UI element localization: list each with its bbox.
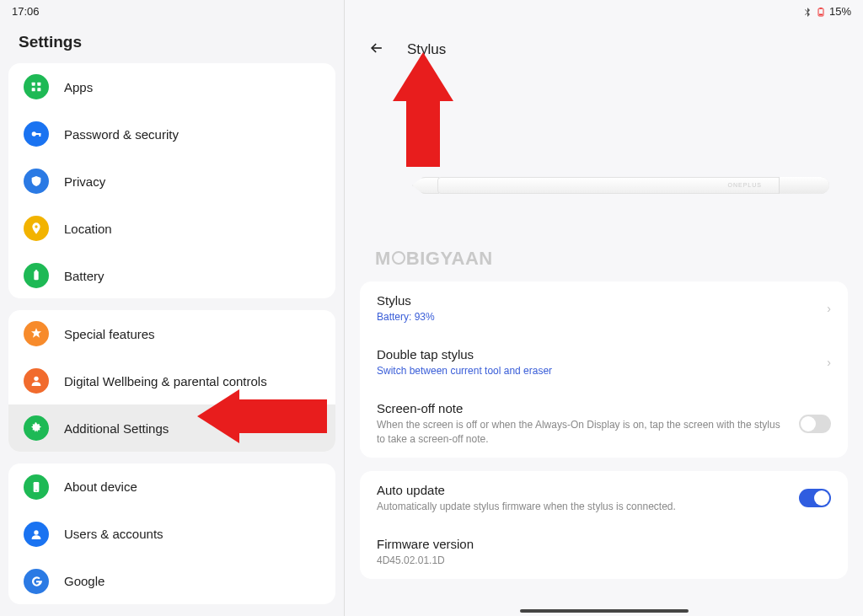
status-time: 17:06 xyxy=(12,5,40,18)
sidebar-item-digital-wellbeing[interactable]: Digital Wellbeing & parental controls xyxy=(8,357,335,404)
row-subtitle: Battery: 93% xyxy=(377,310,817,324)
row-double-tap[interactable]: Double tap stylus Switch between current… xyxy=(360,335,848,389)
battery-percent: 15% xyxy=(829,5,851,18)
row-title: Firmware version xyxy=(377,537,831,551)
detail-title: Stylus xyxy=(407,41,446,58)
apps-icon xyxy=(24,74,49,99)
svg-rect-17 xyxy=(819,13,823,15)
sidebar-item-label: About device xyxy=(64,479,137,494)
sidebar-item-label: Password & security xyxy=(64,127,179,142)
svg-rect-1 xyxy=(37,83,40,86)
sidebar-item-battery[interactable]: Battery xyxy=(8,252,335,298)
chevron-right-icon: › xyxy=(827,302,831,315)
svg-rect-16 xyxy=(819,8,822,9)
sidebar-item-label: Users & accounts xyxy=(64,527,163,541)
wellbeing-icon xyxy=(24,368,49,394)
device-icon xyxy=(24,474,49,500)
stylus-settings-card: Stylus Battery: 93% › Double tap stylus … xyxy=(360,281,848,458)
toggle-screen-off-note[interactable] xyxy=(799,415,831,433)
sidebar-item-privacy[interactable]: Privacy xyxy=(8,158,335,205)
svg-point-10 xyxy=(34,377,38,381)
sidebar-item-label: Apps xyxy=(64,80,93,94)
row-firmware-version[interactable]: Firmware version 4D45.02.01.1D xyxy=(360,525,848,579)
watermark-text: BIGYAAN xyxy=(406,248,493,270)
sidebar-item-label: Additional Settings xyxy=(64,421,169,436)
user-icon xyxy=(24,522,49,547)
svg-point-7 xyxy=(35,225,37,228)
battery-icon xyxy=(24,263,49,288)
svg-rect-3 xyxy=(37,88,40,91)
watermark-o-icon xyxy=(392,251,405,265)
row-subtitle: Automatically update stylus firmware whe… xyxy=(377,500,789,513)
sidebar-item-password-security[interactable]: Password & security xyxy=(8,110,335,158)
row-subtitle: Switch between current tool and eraser xyxy=(377,364,817,378)
row-stylus[interactable]: Stylus Battery: 93% › xyxy=(360,281,848,335)
svg-point-13 xyxy=(35,490,36,490)
row-screen-off-note[interactable]: Screen-off note When the screen is off o… xyxy=(360,389,848,457)
sidebar-group-1: Apps Password & security Privacy Locatio… xyxy=(8,63,335,298)
location-icon xyxy=(24,216,49,241)
sidebar-item-special-features[interactable]: Special features xyxy=(8,310,335,357)
key-icon xyxy=(24,121,49,147)
settings-sidebar: 17:06 Settings Apps Password & security xyxy=(0,0,345,616)
status-bar-left: 17:06 xyxy=(0,0,344,21)
row-title: Stylus xyxy=(377,293,817,308)
sidebar-item-additional-settings[interactable]: Additional Settings xyxy=(8,404,335,451)
sidebar-item-google[interactable]: Google xyxy=(8,558,335,604)
sidebar-group-2: Special features Digital Wellbeing & par… xyxy=(8,310,335,451)
row-subtitle: When the screen is off or when the Alway… xyxy=(377,418,789,445)
back-button[interactable] xyxy=(365,36,389,62)
row-auto-update[interactable]: Auto update Automatically update stylus … xyxy=(360,471,848,525)
svg-rect-9 xyxy=(35,270,38,271)
sidebar-item-about-device[interactable]: About device xyxy=(8,463,335,511)
sidebar-item-label: Battery xyxy=(64,269,105,283)
stylus-brand-label: ONEPLUS xyxy=(728,182,762,188)
star-icon xyxy=(24,321,49,346)
watermark-text: M xyxy=(375,248,391,270)
google-icon xyxy=(24,569,49,594)
privacy-icon xyxy=(24,169,49,194)
row-subtitle: 4D45.02.01.1D xyxy=(377,554,831,567)
row-title: Double tap stylus xyxy=(377,347,817,362)
detail-header: Stylus xyxy=(345,21,863,71)
svg-rect-6 xyxy=(39,133,40,137)
sidebar-group-3: About device Users & accounts Google xyxy=(8,463,335,604)
svg-rect-8 xyxy=(34,271,38,281)
arrow-left-icon xyxy=(368,40,385,56)
detail-pane: 15% Stylus ONEPLUS M BIGYAAN Stylus Ba xyxy=(345,0,863,616)
sidebar-item-users-accounts[interactable]: Users & accounts xyxy=(8,511,335,558)
svg-rect-2 xyxy=(32,88,35,91)
sidebar-item-label: Privacy xyxy=(64,174,105,189)
row-title: Auto update xyxy=(377,483,789,497)
bluetooth-icon xyxy=(802,7,812,17)
svg-point-14 xyxy=(34,530,38,534)
watermark: M BIGYAAN xyxy=(345,226,863,276)
firmware-card: Auto update Automatically update stylus … xyxy=(360,471,848,579)
sidebar-item-label: Digital Wellbeing & parental controls xyxy=(64,374,267,388)
sidebar-item-label: Location xyxy=(64,222,112,236)
status-bar-right: 15% xyxy=(345,0,863,21)
gear-icon xyxy=(24,415,49,441)
settings-title: Settings xyxy=(0,21,344,63)
sidebar-item-label: Special features xyxy=(64,327,155,341)
toggle-auto-update[interactable] xyxy=(799,489,831,507)
sidebar-item-label: Google xyxy=(64,574,105,588)
navigation-bar-handle[interactable] xyxy=(520,609,689,613)
sidebar-item-location[interactable]: Location xyxy=(8,205,335,252)
sidebar-item-apps[interactable]: Apps xyxy=(8,63,335,110)
chevron-right-icon: › xyxy=(827,356,831,369)
screen: 17:06 Settings Apps Password & security xyxy=(0,0,863,616)
svg-rect-0 xyxy=(32,83,35,86)
battery-status-icon xyxy=(816,7,826,17)
stylus-illustration: ONEPLUS xyxy=(412,172,829,201)
row-title: Screen-off note xyxy=(377,401,789,415)
